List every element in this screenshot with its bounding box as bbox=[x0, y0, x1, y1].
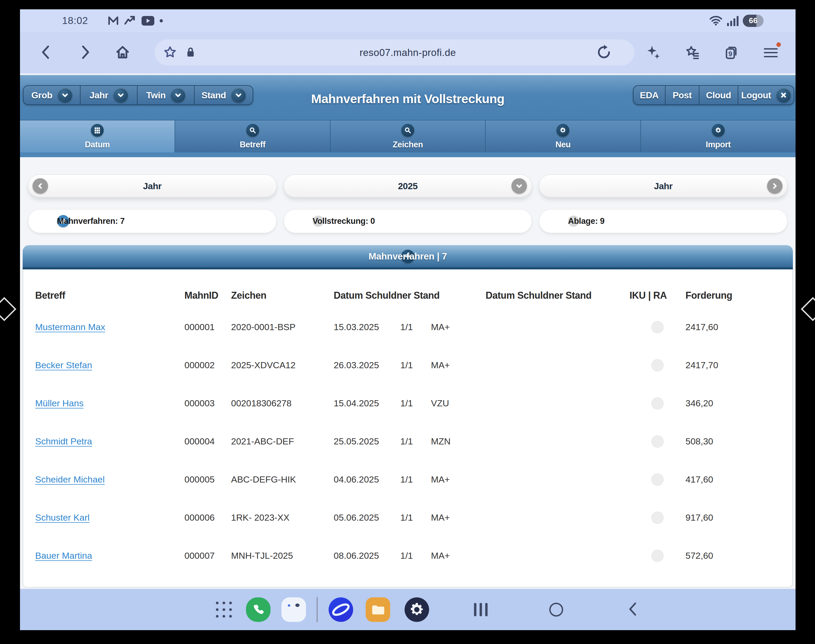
youtube-icon bbox=[141, 16, 154, 26]
jahr-dropdown[interactable]: Jahr bbox=[80, 86, 137, 104]
panel-title: Mahnverfahren | 7 bbox=[368, 251, 447, 262]
cellular-signal-icon bbox=[727, 15, 738, 26]
clock: 18:02 bbox=[62, 15, 88, 26]
tab-import[interactable]: Import bbox=[640, 120, 795, 153]
iku-ra-toggle[interactable] bbox=[651, 550, 664, 562]
chevron-right-icon[interactable] bbox=[767, 178, 783, 194]
menu-alert-dot bbox=[777, 42, 781, 47]
app-header: Grob Jahr Twin Stand Mahnverfahren mit V… bbox=[20, 73, 795, 120]
sparkles-icon[interactable] bbox=[646, 44, 661, 61]
chevron-down-icon bbox=[114, 88, 128, 102]
recents-icon[interactable] bbox=[474, 603, 488, 616]
left-edge-handle-icon[interactable] bbox=[0, 297, 16, 321]
col-datum-schuldner-stand: Datum Schuldner Stand bbox=[334, 283, 486, 308]
notification-dot bbox=[160, 19, 163, 22]
settings-app-icon[interactable] bbox=[405, 597, 429, 622]
iku-ra-toggle[interactable] bbox=[651, 512, 664, 524]
back-icon[interactable] bbox=[40, 45, 52, 61]
chevron-down-icon[interactable] bbox=[511, 178, 527, 194]
menu-icon[interactable] bbox=[764, 48, 778, 57]
page-content: Jahr 2025 Jahr Mahnv bbox=[20, 157, 795, 589]
chevron-down-icon bbox=[171, 88, 185, 102]
iku-ra-toggle[interactable] bbox=[651, 397, 664, 409]
twin-dropdown[interactable]: Twin bbox=[137, 86, 194, 104]
bookmarks-list-icon[interactable] bbox=[685, 44, 700, 61]
internet-app-icon[interactable] bbox=[328, 597, 353, 622]
home-icon[interactable] bbox=[549, 603, 563, 616]
col-datum-schuldner-stand-2: Datum Schuldner Stand bbox=[486, 283, 629, 308]
forward-icon[interactable] bbox=[79, 45, 91, 61]
tab-betreff[interactable]: Betreff bbox=[175, 120, 330, 153]
col-forderung: Forderung bbox=[686, 283, 782, 308]
notification-icons bbox=[108, 15, 163, 27]
lock-icon bbox=[185, 46, 196, 60]
post-button[interactable]: Post bbox=[665, 86, 699, 104]
refresh-icon[interactable] bbox=[596, 44, 612, 61]
case-link[interactable]: Schmidt Petra bbox=[35, 436, 92, 446]
col-mahnid: MahnID bbox=[184, 283, 231, 308]
home-icon[interactable] bbox=[115, 44, 130, 61]
grob-dropdown[interactable]: Grob bbox=[23, 86, 80, 104]
gear-icon bbox=[712, 124, 724, 137]
case-link[interactable]: Mustermann Max bbox=[35, 322, 105, 332]
header-dropdown-group: Grob Jahr Twin Stand bbox=[23, 85, 253, 105]
chevron-down-icon bbox=[58, 88, 72, 102]
back-icon[interactable] bbox=[627, 602, 639, 618]
grid-icon bbox=[91, 124, 104, 137]
current-year-value: 2025 bbox=[398, 181, 417, 191]
page-title: Mahnverfahren mit Vollstreckung bbox=[311, 91, 504, 106]
android-dock bbox=[20, 589, 795, 630]
tab-count: 9 bbox=[728, 50, 732, 58]
col-iku-ra: IKU | RA bbox=[629, 283, 686, 308]
iku-ra-toggle[interactable] bbox=[651, 435, 664, 448]
case-link[interactable]: Scheider Michael bbox=[35, 474, 105, 485]
case-link[interactable]: Becker Stefan bbox=[35, 360, 92, 370]
tabs-icon[interactable]: 9 bbox=[724, 44, 739, 61]
browser-toolbar: reso07.mahn-profi.de 9 bbox=[20, 32, 795, 73]
tab-zeichen[interactable]: Zeichen bbox=[330, 120, 485, 153]
col-betreff: Betreff bbox=[35, 283, 184, 308]
phone-app-icon[interactable] bbox=[246, 597, 270, 622]
main-tab-bar: Datum Betreff Zeichen Neu bbox=[20, 120, 795, 153]
gear-icon bbox=[557, 124, 569, 137]
chevron-left-icon[interactable] bbox=[32, 178, 48, 194]
cloud-button[interactable]: Cloud bbox=[699, 86, 738, 104]
tablet-screen: 18:02 66 bbox=[20, 9, 795, 630]
tab-datum[interactable]: Datum bbox=[20, 120, 175, 153]
case-link[interactable]: Bauer Martina bbox=[35, 550, 92, 561]
panel-header: Mahnverfahren | 7 bbox=[23, 245, 793, 269]
stand-dropdown[interactable]: Stand bbox=[194, 86, 253, 104]
case-link[interactable]: Schuster Karl bbox=[35, 512, 89, 523]
app-drawer-icon[interactable] bbox=[216, 602, 232, 618]
iku-ra-toggle[interactable] bbox=[651, 359, 664, 371]
cases-table: Betreff MahnID Zeichen Datum Schuldner S… bbox=[35, 283, 782, 575]
next-year-label: Jahr bbox=[654, 181, 673, 191]
col-zeichen: Zeichen bbox=[231, 283, 334, 308]
panel-body: Betreff MahnID Zeichen Datum Schuldner S… bbox=[23, 269, 793, 587]
case-link[interactable]: Müller Hans bbox=[35, 398, 83, 408]
filter-vollstreckung[interactable]: Vollstreckung: 0 bbox=[284, 209, 532, 233]
iku-ra-toggle[interactable] bbox=[651, 474, 664, 486]
eda-button[interactable]: EDA bbox=[634, 86, 665, 104]
year-dropdown-pill[interactable]: 2025 bbox=[284, 175, 532, 198]
iku-ra-toggle[interactable] bbox=[651, 321, 664, 333]
url-text[interactable]: reso07.mahn-profi.de bbox=[359, 47, 456, 58]
prev-year-pill[interactable]: Jahr bbox=[28, 175, 277, 198]
tab-neu[interactable]: Neu bbox=[485, 120, 640, 153]
close-x-icon bbox=[777, 88, 791, 102]
search-icon bbox=[401, 124, 414, 137]
filter-row: Mahnverfahren: 7 Vollstreckung: 0 Ablage… bbox=[28, 209, 787, 233]
filter-mahnverfahren[interactable]: Mahnverfahren: 7 bbox=[28, 209, 277, 233]
wifi-icon bbox=[709, 14, 723, 27]
next-year-pill[interactable]: Jahr bbox=[539, 175, 787, 198]
right-edge-handle-icon[interactable] bbox=[801, 297, 815, 321]
device-frame: 18:02 66 bbox=[0, 0, 815, 644]
battery-percent: 66 bbox=[743, 15, 764, 27]
battery-icon: 66 bbox=[743, 15, 764, 27]
header-action-group: EDA Post Cloud Logout bbox=[633, 85, 794, 105]
light-app-icon[interactable] bbox=[281, 597, 306, 622]
logout-button[interactable]: Logout bbox=[738, 86, 794, 104]
my-files-app-icon[interactable] bbox=[366, 597, 390, 622]
bookmark-star-icon[interactable] bbox=[163, 45, 177, 60]
filter-ablage[interactable]: Ablage: 9 bbox=[539, 209, 787, 233]
